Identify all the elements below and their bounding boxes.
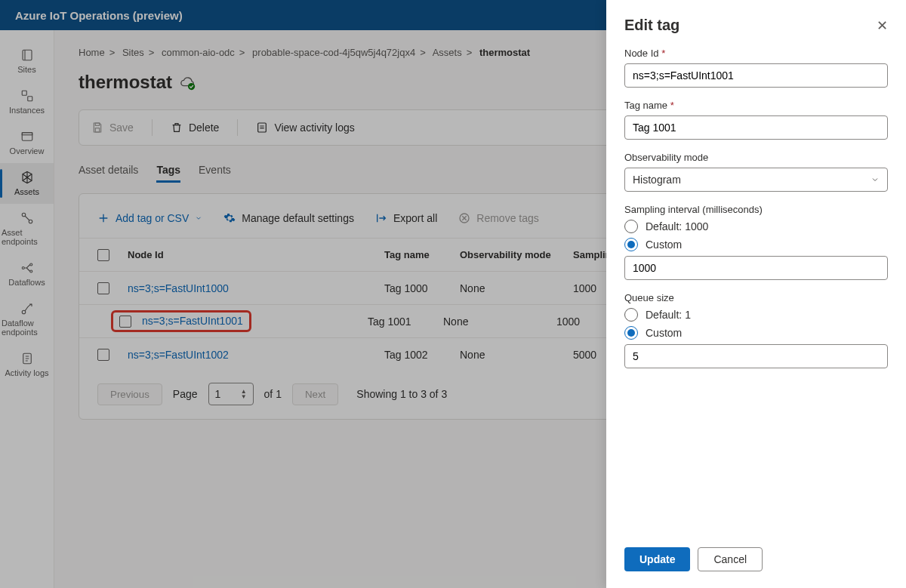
tag-name-label: Tag name *	[624, 100, 888, 111]
queue-default-radio[interactable]: Default: 1	[624, 308, 888, 322]
close-icon[interactable]: ✕	[877, 17, 888, 34]
radio-icon	[624, 220, 638, 233]
tag-name-input[interactable]	[624, 115, 888, 140]
obs-mode-select[interactable]: Histogram	[624, 168, 888, 192]
radio-icon	[624, 326, 638, 340]
cancel-button[interactable]: Cancel	[698, 547, 763, 571]
queue-label: Queue size	[624, 292, 888, 303]
node-id-input[interactable]	[624, 63, 888, 88]
sampling-value-input[interactable]	[624, 256, 888, 280]
radio-icon	[624, 238, 638, 251]
edit-tag-drawer: Edit tag ✕ Node Id * Tag name * Observab…	[606, 0, 906, 588]
radio-icon	[624, 308, 638, 322]
drawer-title: Edit tag	[624, 17, 680, 34]
chevron-down-icon	[871, 175, 880, 184]
update-button[interactable]: Update	[624, 547, 690, 571]
obs-mode-label: Observability mode	[624, 152, 888, 163]
sampling-custom-radio[interactable]: Custom	[624, 238, 888, 251]
node-id-label: Node Id *	[624, 48, 888, 59]
sampling-default-radio[interactable]: Default: 1000	[624, 220, 888, 233]
sampling-label: Sampling interval (milliseconds)	[624, 204, 888, 215]
queue-value-input[interactable]	[624, 344, 888, 368]
queue-custom-radio[interactable]: Custom	[624, 326, 888, 340]
